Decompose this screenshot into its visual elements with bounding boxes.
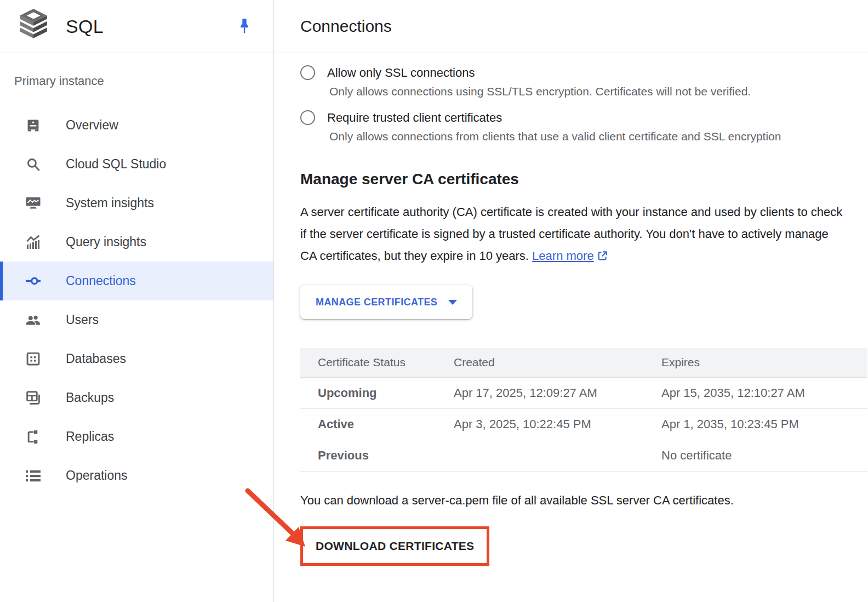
replicas-icon xyxy=(26,430,41,444)
radio-allow-only-ssl[interactable]: Allow only SSL connections xyxy=(300,65,868,80)
sidebar-item-label: Operations xyxy=(66,468,128,483)
radio-button-icon[interactable] xyxy=(300,110,315,125)
connections-content: Allow only SSL connections Only allows c… xyxy=(274,53,868,602)
sidebar-item-label: Query insights xyxy=(66,235,146,249)
bar-chart-icon xyxy=(26,235,41,249)
radio-description: Only allows connections using SSL/TLS en… xyxy=(329,85,868,98)
sidebar-item-label: Connections xyxy=(66,274,136,288)
radio-require-trusted-certs[interactable]: Require trusted client certificates xyxy=(300,110,868,125)
main-panel: Connections Allow only SSL connections O… xyxy=(274,0,868,602)
cert-created: Apr 17, 2025, 12:09:27 AM xyxy=(454,377,661,408)
sidebar-item-replicas[interactable]: Replicas xyxy=(0,417,273,456)
sidebar-header: SQL xyxy=(0,0,273,53)
cert-expires: Apr 15, 2035, 12:10:27 AM xyxy=(661,377,867,408)
sidebar-item-label: Users xyxy=(66,313,99,327)
sidebar-item-cloud-sql-studio[interactable]: Cloud SQL Studio xyxy=(0,145,273,184)
page-header: Connections xyxy=(274,0,868,53)
instance-icon xyxy=(26,118,41,133)
external-link-icon xyxy=(597,247,608,269)
radio-label: Require trusted client certificates xyxy=(327,111,502,125)
sidebar-item-system-insights[interactable]: System insights xyxy=(0,184,273,223)
cloud-sql-console: SQL Primary instance xyxy=(0,0,868,602)
sql-product-logo-icon xyxy=(20,9,47,44)
list-icon xyxy=(26,470,41,482)
download-certificates-button[interactable]: DOWNLOAD CERTIFICATES xyxy=(303,529,487,563)
search-icon xyxy=(26,157,41,171)
cert-expires: Apr 1, 2035, 10:23:45 PM xyxy=(661,408,867,440)
cert-status: Previous xyxy=(300,440,454,471)
sidebar-item-query-insights[interactable]: Query insights xyxy=(0,223,273,262)
table-header-row: Certificate Status Created Expires xyxy=(300,348,867,377)
learn-more-link[interactable]: Learn more xyxy=(532,249,608,263)
table-row: Previous No certificate xyxy=(300,440,867,471)
sidebar-item-label: Cloud SQL Studio xyxy=(66,157,166,172)
certificates-table: Certificate Status Created Expires Upcom… xyxy=(300,348,867,472)
sidebar-item-label: Overview xyxy=(66,118,118,133)
people-icon xyxy=(26,315,41,326)
cert-status: Upcoming xyxy=(300,377,454,408)
radio-button-icon[interactable] xyxy=(300,65,315,80)
cert-created: Apr 3, 2025, 10:22:45 PM xyxy=(454,408,661,440)
sidebar-section-label: Primary instance xyxy=(14,74,273,88)
table-row: Active Apr 3, 2025, 10:22:45 PM Apr 1, 2… xyxy=(300,408,867,440)
manage-ca-description: A server certificate authority (CA) cert… xyxy=(300,201,843,269)
cert-created xyxy=(454,440,661,471)
annotation-highlight-box: DOWNLOAD CERTIFICATES xyxy=(300,526,489,566)
databases-icon xyxy=(26,352,41,366)
sidebar-item-users[interactable]: Users xyxy=(0,300,273,339)
product-name: SQL xyxy=(66,16,104,37)
cert-expires: No certificate xyxy=(661,440,867,471)
chevron-down-icon xyxy=(448,300,457,305)
sidebar-item-backups[interactable]: Backups xyxy=(0,378,273,417)
sidebar-item-overview[interactable]: Overview xyxy=(0,106,273,145)
backups-icon xyxy=(26,391,41,405)
sidebar-nav: Overview Cloud SQL Studio xyxy=(0,106,273,495)
column-header: Expires xyxy=(661,348,867,377)
download-note: You can download a server-ca.pem file of… xyxy=(300,493,868,508)
ssl-options: Allow only SSL connections Only allows c… xyxy=(300,65,868,143)
radio-description: Only allows connections from clients tha… xyxy=(329,130,868,143)
sidebar: SQL Primary instance xyxy=(0,0,274,602)
sidebar-item-operations[interactable]: Operations xyxy=(0,456,273,495)
sidebar-item-connections[interactable]: Connections xyxy=(0,262,273,300)
sidebar-item-label: System insights xyxy=(66,196,154,211)
manage-certificates-button[interactable]: MANAGE CERTIFICATES xyxy=(300,285,472,319)
pin-icon[interactable] xyxy=(238,18,250,35)
sidebar-item-databases[interactable]: Databases xyxy=(0,339,273,378)
learn-more-label: Learn more xyxy=(532,249,594,263)
manage-certificates-label: MANAGE CERTIFICATES xyxy=(316,297,437,308)
monitor-chart-icon xyxy=(26,197,41,209)
column-header: Certificate Status xyxy=(300,348,454,377)
sidebar-item-label: Replicas xyxy=(66,429,114,444)
page-title: Connections xyxy=(300,17,392,36)
column-header: Created xyxy=(454,348,661,377)
cert-status: Active xyxy=(300,408,454,440)
manage-ca-heading: Manage server CA certificates xyxy=(300,171,868,188)
sidebar-item-label: Backups xyxy=(66,390,114,405)
radio-label: Allow only SSL connections xyxy=(327,66,475,80)
sidebar-item-label: Databases xyxy=(66,351,126,366)
connections-icon xyxy=(26,276,41,286)
table-row: Upcoming Apr 17, 2025, 12:09:27 AM Apr 1… xyxy=(300,377,867,408)
